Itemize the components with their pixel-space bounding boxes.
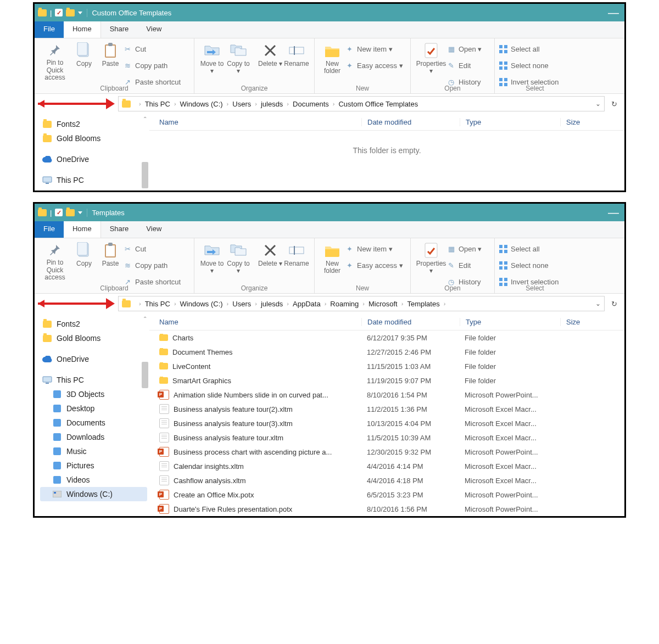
- new-item-button[interactable]: ✦New item ▾: [345, 242, 406, 256]
- file-row[interactable]: Create an Office Mix.potx6/5/2015 3:23 P…: [149, 488, 624, 502]
- breadcrumb-segment[interactable]: This PC: [145, 300, 170, 308]
- col-type[interactable]: Type: [460, 118, 560, 126]
- tab-file[interactable]: File: [35, 21, 64, 38]
- breadcrumb-segment[interactable]: Windows (C:): [180, 300, 223, 308]
- col-date[interactable]: Date modified: [361, 318, 460, 326]
- breadcrumb-segment[interactable]: Roaming: [330, 300, 359, 308]
- properties-icon[interactable]: ✓: [55, 9, 63, 16]
- col-name[interactable]: Name: [149, 118, 361, 126]
- col-name[interactable]: Name: [149, 318, 361, 326]
- new-item-button[interactable]: ✦New item ▾: [345, 42, 406, 56]
- file-row[interactable]: Animation slide Numbers slide in on curv…: [149, 388, 624, 402]
- breadcrumb-segment[interactable]: Documents: [293, 100, 329, 108]
- file-row[interactable]: Document Themes12/27/2015 2:46 PMFile fo…: [149, 345, 624, 359]
- pin-to-quick-access-button[interactable]: Pin to Quick access: [39, 240, 71, 281]
- select-all-button[interactable]: Select all: [499, 242, 571, 256]
- breadcrumb[interactable]: ›This PC›Windows (C:)›Users›julesds›AppD…: [118, 296, 605, 311]
- copy-to-button[interactable]: Copy to ▾: [225, 240, 252, 281]
- breadcrumb-segment[interactable]: Custom Office Templates: [338, 100, 418, 108]
- qat-menu-icon[interactable]: [78, 12, 82, 14]
- breadcrumb-segment[interactable]: Microsoft: [368, 300, 398, 308]
- breadcrumb-segment[interactable]: This PC: [145, 100, 170, 108]
- nav-item[interactable]: Downloads: [40, 430, 147, 444]
- nav-item[interactable]: OneDrive: [40, 152, 147, 166]
- file-row[interactable]: SmartArt Graphics11/19/2015 9:07 PMFile …: [149, 373, 624, 388]
- new-folder-button[interactable]: New folder: [319, 41, 345, 81]
- column-headers[interactable]: Name Date modified Type Size: [149, 313, 624, 331]
- nav-item[interactable]: Gold Blooms: [40, 331, 147, 345]
- nav-item[interactable]: Videos: [40, 473, 147, 487]
- tab-home[interactable]: Home: [64, 221, 101, 238]
- tab-share[interactable]: Share: [101, 221, 138, 238]
- breadcrumb-segment[interactable]: julesds: [261, 300, 283, 308]
- nav-item[interactable]: 3D Objects: [40, 387, 147, 401]
- nav-item[interactable]: This PC: [40, 373, 147, 387]
- tab-file[interactable]: File: [35, 221, 64, 238]
- col-size[interactable]: Size: [560, 318, 624, 326]
- open-button[interactable]: ▦Open ▾: [447, 242, 490, 256]
- breadcrumb-segment[interactable]: Users: [232, 100, 251, 108]
- qat-menu-icon[interactable]: [78, 211, 82, 214]
- titlebar[interactable]: | ✓ Templates —: [35, 204, 624, 221]
- col-date[interactable]: Date modified: [361, 118, 460, 126]
- file-row[interactable]: Business analysis feature tour(3).xltm10…: [149, 416, 624, 430]
- edit-button[interactable]: ✎Edit: [447, 258, 490, 272]
- paste-button[interactable]: Paste: [97, 240, 124, 281]
- file-row[interactable]: Business analysis feature tour.xltm11/5/…: [149, 430, 624, 445]
- cut-button[interactable]: ✂Cut: [124, 242, 189, 256]
- breadcrumb-segment[interactable]: Templates: [407, 300, 439, 308]
- nav-item[interactable]: This PC: [40, 173, 147, 187]
- nav-item[interactable]: Fonts2: [40, 317, 147, 331]
- paste-button[interactable]: Paste: [97, 41, 124, 81]
- new-folder-button[interactable]: New folder: [319, 240, 345, 281]
- copy-to-button[interactable]: Copy to ▾: [225, 41, 252, 81]
- delete-button[interactable]: Delete ▾: [257, 41, 283, 81]
- breadcrumb-segment[interactable]: Windows (C:): [180, 100, 223, 108]
- nav-item[interactable]: Fonts2: [40, 117, 147, 131]
- move-to-button[interactable]: Move to ▾: [199, 41, 225, 81]
- breadcrumb[interactable]: ›This PC›Windows (C:)›Users›julesds›Docu…: [118, 96, 605, 111]
- tab-home[interactable]: Home: [64, 21, 101, 38]
- scrollbar[interactable]: ⌃: [142, 316, 148, 388]
- file-row[interactable]: Business process chart with ascending pi…: [149, 445, 624, 459]
- move-to-button[interactable]: Move to ▾: [199, 240, 225, 281]
- nav-item[interactable]: Desktop: [40, 401, 147, 416]
- copy-path-button[interactable]: ≋Copy path: [124, 258, 189, 272]
- nav-item[interactable]: Windows (C:): [40, 487, 147, 501]
- titlebar[interactable]: | ✓ Custom Office Templates —: [35, 4, 624, 21]
- edit-button[interactable]: ✎Edit: [447, 58, 490, 72]
- easy-access-button[interactable]: ✦Easy access ▾: [345, 258, 406, 272]
- file-row[interactable]: Charts6/12/2017 9:35 PMFile folder: [149, 331, 624, 345]
- select-none-button[interactable]: Select none: [499, 58, 571, 72]
- file-row[interactable]: Duarte's Five Rules presentation.potx8/1…: [149, 502, 624, 516]
- copy-button[interactable]: Copy: [71, 240, 97, 281]
- properties-button[interactable]: Properties ▾: [415, 240, 447, 281]
- tab-view[interactable]: View: [137, 21, 170, 38]
- delete-button[interactable]: Delete ▾: [257, 240, 283, 281]
- copy-button[interactable]: Copy: [71, 41, 97, 81]
- select-all-button[interactable]: Select all: [499, 42, 571, 56]
- rename-button[interactable]: Rename: [283, 41, 310, 81]
- properties-icon[interactable]: ✓: [55, 209, 63, 216]
- nav-item[interactable]: Music: [40, 444, 147, 458]
- refresh-button[interactable]: ↻: [607, 97, 621, 111]
- col-type[interactable]: Type: [460, 318, 560, 326]
- open-button[interactable]: ▦Open ▾: [447, 42, 490, 56]
- file-row[interactable]: Cashflow analysis.xltm4/4/2016 4:18 PMMi…: [149, 473, 624, 488]
- file-row[interactable]: Business analysis feature tour(2).xltm11…: [149, 402, 624, 416]
- scrollbar[interactable]: ⌃: [142, 116, 148, 188]
- col-size[interactable]: Size: [560, 118, 624, 126]
- file-row[interactable]: Calendar insights.xltm4/4/2016 4:14 PMMi…: [149, 459, 624, 473]
- properties-button[interactable]: Properties ▾: [415, 41, 447, 81]
- tab-view[interactable]: View: [137, 221, 170, 238]
- column-headers[interactable]: Name Date modified Type Size: [149, 114, 624, 131]
- nav-item[interactable]: OneDrive: [40, 352, 147, 366]
- rename-button[interactable]: Rename: [283, 240, 310, 281]
- file-row[interactable]: LiveContent11/15/2015 1:03 AMFile folder: [149, 359, 624, 373]
- cut-button[interactable]: ✂Cut: [124, 42, 189, 56]
- breadcrumb-segment[interactable]: AppData: [293, 300, 321, 308]
- nav-item[interactable]: Gold Blooms: [40, 131, 147, 145]
- refresh-button[interactable]: ↻: [607, 296, 621, 311]
- copy-path-button[interactable]: ≋Copy path: [124, 58, 189, 72]
- easy-access-button[interactable]: ✦Easy access ▾: [345, 58, 406, 72]
